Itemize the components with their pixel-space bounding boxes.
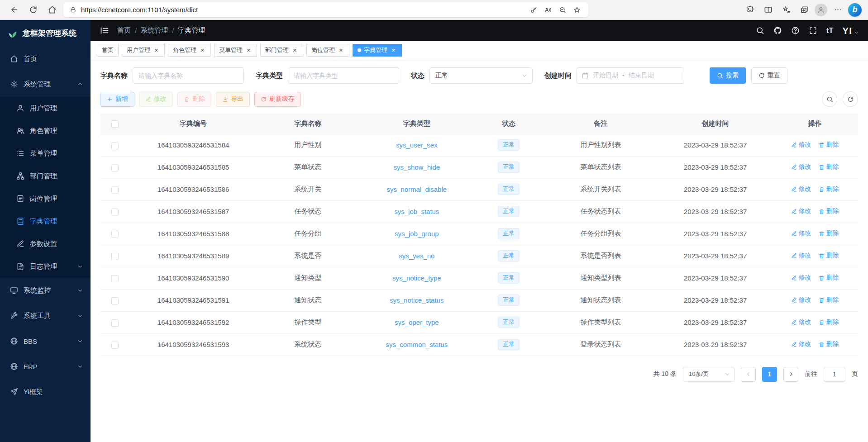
dict-type-link[interactable]: sys_show_hide bbox=[394, 163, 440, 171]
split-screen-button[interactable] bbox=[760, 2, 776, 18]
table-refresh-button[interactable] bbox=[843, 91, 858, 107]
tab-close-icon[interactable]: × bbox=[245, 47, 252, 53]
row-checkbox[interactable] bbox=[111, 253, 119, 260]
browser-address-bar[interactable]: https://ccnetcore.com:1101/system/dict bbox=[63, 2, 588, 17]
row-edit-link[interactable]: 修改 bbox=[791, 340, 811, 348]
sidebar-item-log[interactable]: 日志管理 bbox=[0, 255, 91, 278]
row-edit-link[interactable]: 修改 bbox=[791, 207, 811, 215]
row-checkbox[interactable] bbox=[111, 275, 119, 282]
row-edit-link[interactable]: 修改 bbox=[791, 252, 811, 260]
sidebar-item-param[interactable]: 参数设置 bbox=[0, 233, 91, 255]
dict-type-link[interactable]: sys_common_status bbox=[386, 341, 448, 348]
row-delete-link[interactable]: 删除 bbox=[819, 318, 839, 326]
row-edit-link[interactable]: 修改 bbox=[791, 296, 811, 304]
bing-chat-button[interactable]: b bbox=[848, 3, 862, 17]
sidebar-item-role[interactable]: 角色管理 bbox=[0, 119, 91, 142]
tab-home[interactable]: 首页 bbox=[97, 44, 119, 57]
row-checkbox[interactable] bbox=[111, 209, 119, 216]
tab-user[interactable]: 用户管理× bbox=[122, 44, 165, 57]
tab-menu[interactable]: 菜单管理× bbox=[214, 44, 257, 57]
row-checkbox[interactable] bbox=[111, 164, 119, 171]
row-edit-link[interactable]: 修改 bbox=[791, 274, 811, 282]
row-checkbox[interactable] bbox=[111, 319, 119, 327]
row-checkbox[interactable] bbox=[111, 297, 119, 304]
tab-dept[interactable]: 部门管理× bbox=[260, 44, 303, 57]
favorites-button[interactable] bbox=[778, 2, 794, 18]
status-select[interactable]: 正常 bbox=[429, 67, 533, 84]
breadcrumb-item[interactable]: 系统管理 bbox=[141, 26, 168, 35]
next-page-button[interactable] bbox=[783, 367, 798, 382]
goto-page-input[interactable] bbox=[824, 367, 845, 382]
row-delete-link[interactable]: 删除 bbox=[819, 340, 839, 348]
read-aloud-button[interactable] bbox=[541, 3, 555, 17]
tab-close-icon[interactable]: × bbox=[390, 47, 397, 53]
browser-back-button[interactable] bbox=[6, 2, 22, 18]
delete-button[interactable]: 删除 bbox=[177, 92, 211, 107]
add-button[interactable]: 新增 bbox=[100, 92, 134, 107]
date-range-picker[interactable]: 开始日期 - 结束日期 bbox=[577, 67, 684, 84]
search-button[interactable]: 搜索 bbox=[710, 67, 746, 84]
sidebar-item-system[interactable]: 系统管理 bbox=[0, 71, 91, 97]
dict-type-link[interactable]: sys_yes_no bbox=[399, 252, 434, 260]
add-favorite-button[interactable] bbox=[570, 3, 584, 17]
password-key-button[interactable] bbox=[527, 3, 540, 17]
header-search-icon[interactable] bbox=[756, 26, 764, 35]
dict-type-input[interactable] bbox=[288, 67, 399, 84]
row-edit-link[interactable]: 修改 bbox=[791, 185, 811, 193]
dict-type-link[interactable]: sys_job_status bbox=[394, 208, 439, 215]
dict-type-link[interactable]: sys_notice_status bbox=[390, 296, 444, 304]
select-all-checkbox[interactable] bbox=[111, 120, 119, 128]
export-button[interactable]: 导出 bbox=[216, 92, 250, 107]
row-delete-link[interactable]: 删除 bbox=[819, 296, 839, 304]
breadcrumb-item[interactable]: 首页 bbox=[117, 26, 131, 35]
dict-type-link[interactable]: sys_notice_type bbox=[392, 274, 441, 282]
sidebar-item-menu[interactable]: 菜单管理 bbox=[0, 142, 91, 165]
row-checkbox[interactable] bbox=[111, 231, 119, 238]
tab-dict[interactable]: 字典管理× bbox=[353, 44, 402, 57]
extensions-button[interactable] bbox=[742, 2, 758, 18]
search-toggle-button[interactable] bbox=[822, 91, 837, 107]
collections-button[interactable] bbox=[796, 2, 812, 18]
tab-close-icon[interactable]: × bbox=[199, 47, 206, 53]
sidebar-item-post[interactable]: 岗位管理 bbox=[0, 187, 91, 210]
row-checkbox[interactable] bbox=[111, 142, 119, 149]
tab-role[interactable]: 角色管理× bbox=[168, 44, 211, 57]
sidebar-item-user[interactable]: 用户管理 bbox=[0, 97, 91, 119]
row-edit-link[interactable]: 修改 bbox=[791, 141, 811, 149]
sidebar-item-dict[interactable]: 字典管理 bbox=[0, 210, 91, 233]
sidebar-toggle-icon[interactable] bbox=[100, 26, 109, 35]
row-delete-link[interactable]: 删除 bbox=[819, 163, 839, 171]
sidebar-item-erp[interactable]: ERP bbox=[0, 354, 91, 379]
row-delete-link[interactable]: 删除 bbox=[819, 229, 839, 238]
github-icon[interactable] bbox=[773, 26, 782, 35]
browser-home-button[interactable] bbox=[44, 2, 60, 18]
dict-type-link[interactable]: sys_job_group bbox=[395, 230, 439, 238]
sidebar-item-home[interactable]: 首页 bbox=[0, 46, 91, 71]
reset-button[interactable]: 重置 bbox=[751, 67, 787, 84]
row-delete-link[interactable]: 删除 bbox=[819, 252, 839, 260]
edit-button[interactable]: 修改 bbox=[139, 92, 173, 107]
row-edit-link[interactable]: 修改 bbox=[791, 318, 811, 326]
tab-close-icon[interactable]: × bbox=[291, 47, 298, 53]
help-icon[interactable] bbox=[791, 26, 800, 35]
row-checkbox[interactable] bbox=[111, 186, 119, 194]
row-edit-link[interactable]: 修改 bbox=[791, 163, 811, 171]
row-delete-link[interactable]: 删除 bbox=[819, 274, 839, 282]
tab-post[interactable]: 岗位管理× bbox=[306, 44, 349, 57]
dict-name-input[interactable] bbox=[133, 67, 244, 84]
sidebar-item-tools[interactable]: 系统工具 bbox=[0, 303, 91, 328]
sidebar-item-yiframe[interactable]: Yi框架 bbox=[0, 379, 91, 404]
browser-refresh-button[interactable] bbox=[25, 2, 41, 18]
prev-page-button[interactable] bbox=[741, 367, 756, 382]
tab-close-icon[interactable]: × bbox=[338, 47, 344, 53]
refresh-cache-button[interactable]: 刷新缓存 bbox=[254, 92, 301, 107]
fullscreen-icon[interactable] bbox=[809, 26, 817, 35]
row-edit-link[interactable]: 修改 bbox=[791, 229, 811, 238]
dict-type-link[interactable]: sys_normal_disable bbox=[387, 185, 447, 193]
row-delete-link[interactable]: 删除 bbox=[819, 207, 839, 215]
page-number-button[interactable]: 1 bbox=[762, 367, 777, 382]
zoom-button[interactable] bbox=[556, 3, 569, 17]
browser-menu-button[interactable] bbox=[830, 2, 845, 18]
profile-avatar[interactable] bbox=[815, 4, 827, 16]
sidebar-item-bbs[interactable]: BBS bbox=[0, 328, 91, 354]
